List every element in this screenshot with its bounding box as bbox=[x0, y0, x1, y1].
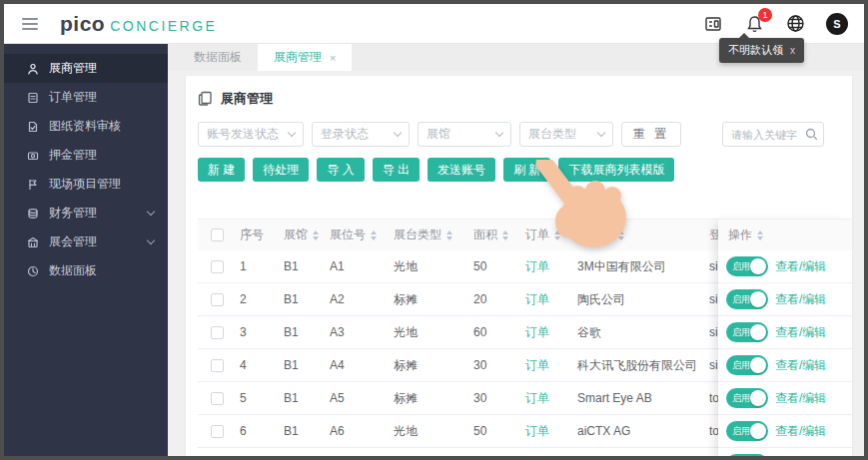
reset-button[interactable]: 重 置 bbox=[621, 122, 681, 147]
select-placeholder: 展馆 bbox=[427, 126, 488, 143]
view-edit-link[interactable]: 查看/编辑 bbox=[775, 324, 826, 341]
operation-cell: 启用 查看/编辑 bbox=[718, 316, 852, 349]
new-button[interactable]: 新 建 bbox=[198, 158, 245, 182]
user-avatar[interactable]: S bbox=[826, 13, 848, 35]
claim-tooltip: 不明款认领 x bbox=[719, 38, 804, 63]
order-link[interactable]: 订单 bbox=[525, 423, 549, 440]
sidebar-item-exhibitor-mgmt[interactable]: 展商管理 bbox=[4, 54, 168, 83]
cell-area: 60 bbox=[469, 325, 521, 339]
operation-cell: 启用 查看/编辑 bbox=[718, 448, 852, 456]
row-checkbox[interactable] bbox=[211, 260, 224, 273]
view-edit-link[interactable]: 查看/编辑 bbox=[775, 291, 826, 308]
order-link[interactable]: 订单 bbox=[525, 291, 549, 308]
login-status-select[interactable]: 登录状态 bbox=[312, 122, 410, 147]
enable-toggle[interactable]: 启用 bbox=[726, 256, 768, 276]
cell-no: 1 bbox=[236, 259, 280, 273]
sort-icon[interactable] bbox=[313, 230, 319, 240]
select-all-checkbox[interactable] bbox=[211, 229, 224, 241]
chevron-down-icon bbox=[147, 236, 155, 244]
logo-pico: pico bbox=[60, 12, 105, 36]
logo-concierge: CONCIERGE bbox=[110, 18, 217, 34]
enable-toggle[interactable]: 启用 bbox=[726, 355, 768, 375]
order-link[interactable]: 订单 bbox=[525, 390, 549, 407]
search-icon[interactable] bbox=[805, 128, 818, 141]
tab-data-dashboard[interactable]: 数据面板 bbox=[178, 44, 258, 71]
filter-row: 账号发送状态 登录状态 展馆 展台类型 bbox=[198, 122, 842, 147]
cell-type: 标摊 bbox=[390, 357, 469, 374]
logo: pico CONCIERGE bbox=[60, 12, 217, 36]
sidebar: 展商管理 订单管理 图纸资料审核 押金管理 现场项目管理 财务管理 bbox=[4, 44, 168, 456]
order-link[interactable]: 订单 bbox=[525, 357, 549, 374]
toggle-knob bbox=[750, 357, 766, 373]
toggle-knob bbox=[750, 258, 766, 274]
tab-close-icon[interactable]: × bbox=[330, 52, 336, 64]
sidebar-item-order-mgmt[interactable]: 订单管理 bbox=[4, 83, 168, 112]
select-placeholder: 展台类型 bbox=[528, 126, 590, 143]
row-checkbox[interactable] bbox=[211, 326, 224, 339]
send-account-button[interactable]: 发送账号 bbox=[428, 158, 495, 182]
sidebar-item-drawing-review[interactable]: 图纸资料审核 bbox=[4, 112, 168, 141]
view-edit-link[interactable]: 查看/编辑 bbox=[775, 456, 826, 457]
view-edit-link[interactable]: 查看/编辑 bbox=[775, 423, 826, 440]
sort-icon[interactable] bbox=[371, 230, 377, 240]
tooltip-arrow bbox=[739, 33, 749, 38]
view-edit-link[interactable]: 查看/编辑 bbox=[775, 390, 826, 407]
sidebar-item-finance-mgmt[interactable]: 财务管理 bbox=[4, 199, 168, 228]
chevron-down-icon bbox=[597, 129, 605, 137]
header-no: 序号 bbox=[240, 227, 264, 243]
cell-hall: B1 bbox=[280, 292, 326, 306]
export-button[interactable]: 导 出 bbox=[373, 158, 420, 182]
onsite-project-icon bbox=[26, 178, 39, 191]
hall-select[interactable]: 展馆 bbox=[418, 122, 511, 147]
row-checkbox[interactable] bbox=[211, 293, 224, 306]
sort-icon[interactable] bbox=[502, 230, 508, 240]
account-send-status-select[interactable]: 账号发送状态 bbox=[198, 122, 304, 147]
view-edit-link[interactable]: 查看/编辑 bbox=[775, 258, 826, 275]
sidebar-item-label: 图纸资料审核 bbox=[49, 118, 121, 135]
operation-cell: 启用 查看/编辑 bbox=[718, 283, 852, 316]
notification-bell-icon[interactable]: 1 bbox=[744, 14, 764, 34]
tab-label: 展商管理 bbox=[274, 49, 322, 66]
action-buttons-row: 新 建 待处理 导 入 导 出 发送账号 刷 新 下载展商列表模版 bbox=[198, 158, 842, 182]
cell-booth: A4 bbox=[326, 358, 390, 372]
sort-icon[interactable] bbox=[757, 230, 763, 240]
enable-toggle[interactable]: 启用 bbox=[726, 421, 768, 441]
sidebar-item-data-dashboard[interactable]: 数据面板 bbox=[4, 256, 168, 285]
chevron-down-icon bbox=[394, 129, 402, 137]
select-placeholder: 账号发送状态 bbox=[207, 126, 281, 143]
import-button[interactable]: 导 入 bbox=[317, 158, 364, 182]
cell-booth: A1 bbox=[326, 259, 390, 273]
row-checkbox[interactable] bbox=[211, 392, 224, 405]
hamburger-menu-icon[interactable] bbox=[22, 18, 38, 30]
header-area: 面积 bbox=[473, 227, 497, 243]
enable-toggle[interactable]: 启用 bbox=[726, 388, 768, 408]
operation-cell: 启用 查看/编辑 bbox=[718, 349, 852, 382]
cell-exhibitor-name: 谷歌 bbox=[573, 324, 705, 341]
sort-icon[interactable] bbox=[446, 230, 452, 240]
cell-type: 光地 bbox=[390, 423, 469, 440]
cell-booth: A2 bbox=[326, 292, 390, 306]
enable-toggle[interactable]: 启用 bbox=[726, 454, 768, 456]
tab-exhibitor-mgmt[interactable]: 展商管理 × bbox=[258, 44, 352, 71]
notification-badge: 1 bbox=[758, 8, 772, 22]
exhibitor-table: 序号 展馆 展位号 展台类型 面积 订单 展商名 登录账号 1 bbox=[198, 219, 842, 456]
order-link[interactable]: 订单 bbox=[525, 324, 549, 341]
finance-icon bbox=[26, 207, 39, 220]
sidebar-item-exhibition-mgmt[interactable]: 展会管理 bbox=[4, 228, 168, 256]
pending-button[interactable]: 待处理 bbox=[253, 158, 309, 182]
row-checkbox[interactable] bbox=[211, 359, 224, 372]
header-hall: 展馆 bbox=[284, 227, 308, 243]
sidebar-item-onsite-project-mgmt[interactable]: 现场项目管理 bbox=[4, 170, 168, 199]
enable-toggle[interactable]: 启用 bbox=[726, 322, 768, 342]
booth-type-select[interactable]: 展台类型 bbox=[519, 122, 613, 147]
enable-toggle[interactable]: 启用 bbox=[726, 289, 768, 309]
row-checkbox[interactable] bbox=[211, 425, 224, 438]
view-edit-link[interactable]: 查看/编辑 bbox=[775, 357, 826, 374]
claim-form-icon[interactable] bbox=[703, 14, 723, 34]
language-globe-icon[interactable] bbox=[785, 14, 805, 34]
tooltip-close-icon[interactable]: x bbox=[790, 45, 795, 56]
sidebar-item-deposit-mgmt[interactable]: 押金管理 bbox=[4, 141, 168, 170]
cell-exhibitor-name: 陶氏公司 bbox=[573, 291, 705, 308]
sidebar-item-label: 订单管理 bbox=[49, 89, 97, 106]
order-link[interactable]: 订单 bbox=[525, 258, 549, 275]
